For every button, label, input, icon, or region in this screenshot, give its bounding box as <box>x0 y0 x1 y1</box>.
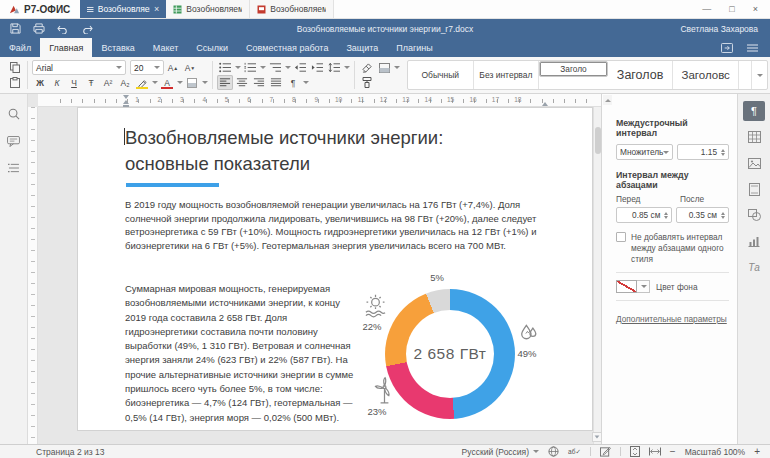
menu-file[interactable]: Файл <box>0 38 40 57</box>
align-left-button[interactable] <box>217 75 233 90</box>
language-selector[interactable]: Русский (Россия) <box>462 447 539 457</box>
close-button[interactable]: × <box>753 4 758 14</box>
chevron-down-icon[interactable] <box>260 66 266 69</box>
spacing-before-spinner[interactable]: 0.85 см <box>616 207 672 223</box>
undo-icon[interactable] <box>57 24 69 34</box>
navigation-headings-icon[interactable] <box>7 163 20 173</box>
menu-layout[interactable]: Макет <box>144 38 187 57</box>
spinner-up-icon[interactable] <box>664 212 668 215</box>
paragraph-2[interactable]: Суммарная мировая мощность, генерируемая… <box>125 282 358 425</box>
spacing-after-spinner[interactable]: 0.35 см <box>676 207 729 223</box>
chevron-down-icon[interactable] <box>285 66 291 69</box>
track-changes-icon[interactable] <box>600 446 611 457</box>
align-center-button[interactable] <box>234 75 250 90</box>
document-language-globe-icon[interactable] <box>548 446 559 457</box>
italic-button[interactable]: К <box>49 75 65 90</box>
style-normal[interactable]: Обычный <box>408 61 474 89</box>
bullet-list-button[interactable] <box>217 60 233 75</box>
comments-icon[interactable] <box>7 136 20 147</box>
copy-button[interactable] <box>7 60 23 75</box>
chevron-down-icon[interactable] <box>303 81 309 84</box>
menu-protection[interactable]: Защита <box>337 38 387 57</box>
font-color-button[interactable]: А <box>159 75 175 90</box>
presentation-tab[interactable]: Возобновляем... <box>250 0 334 18</box>
same-style-spacing-checkbox[interactable] <box>616 232 626 242</box>
style-heading1-selected[interactable]: Заголо <box>539 61 608 77</box>
increase-font-button[interactable]: A▲ <box>165 60 181 75</box>
image-settings-icon[interactable] <box>743 153 765 173</box>
view-settings-icon[interactable] <box>747 44 758 52</box>
paragraph-settings-icon[interactable]: ¶ <box>743 101 765 121</box>
style-no-spacing[interactable]: Без интервал <box>474 61 540 89</box>
align-right-button[interactable] <box>251 75 267 90</box>
spreadsheet-tab[interactable]: Возобновляем... <box>166 0 250 18</box>
font-size-combobox[interactable]: 20 <box>130 60 164 75</box>
menu-home[interactable]: Главная <box>40 38 92 57</box>
page-indicator[interactable]: Страница 2 из 13 <box>36 447 104 457</box>
chevron-down-icon[interactable] <box>177 81 183 84</box>
document-heading[interactable]: Возобновляемые источники энергии: основн… <box>125 125 443 177</box>
table-settings-icon[interactable] <box>743 127 765 147</box>
panel-scroll-up-button[interactable] <box>603 95 612 105</box>
background-color-swatch[interactable] <box>616 280 637 293</box>
zoom-out-button[interactable]: − <box>670 446 676 457</box>
horizontal-ruler[interactable]: 123456789101112131415161718 <box>38 94 601 107</box>
increase-indent-button[interactable] <box>309 60 325 75</box>
bold-button[interactable]: Ж <box>32 75 48 90</box>
document-page[interactable]: Возобновляемые источники энергии: основн… <box>78 108 592 430</box>
close-tab-icon[interactable]: × <box>154 4 159 14</box>
open-file-location-icon[interactable] <box>721 43 733 53</box>
font-name-combobox[interactable]: Arial <box>32 60 126 75</box>
style-heading3[interactable]: Заголовс <box>673 61 739 89</box>
chevron-down-icon[interactable] <box>235 66 241 69</box>
donut-ring[interactable]: 2 658 ГВт <box>385 289 515 419</box>
vertical-ruler[interactable] <box>28 107 38 444</box>
fit-width-icon[interactable] <box>649 447 661 456</box>
redo-icon[interactable] <box>81 24 93 34</box>
zoom-in-button[interactable]: + <box>754 446 760 457</box>
superscript-button[interactable]: A² <box>100 75 116 90</box>
fit-page-icon[interactable] <box>630 446 640 457</box>
style-gallery-expand-button[interactable] <box>752 61 767 89</box>
shading-button[interactable] <box>376 60 392 75</box>
format-painter-button[interactable] <box>359 75 375 90</box>
chevron-down-icon[interactable] <box>152 81 158 84</box>
spinner-up-icon[interactable] <box>721 149 725 152</box>
subscript-button[interactable]: A₂ <box>117 75 133 90</box>
chevron-down-icon[interactable] <box>344 66 350 69</box>
numbered-list-button[interactable] <box>242 60 258 75</box>
spinner-down-icon[interactable] <box>664 216 668 219</box>
indent-marker[interactable] <box>122 95 129 108</box>
paste-button[interactable] <box>7 75 23 90</box>
maximize-button[interactable]: □ <box>729 4 734 14</box>
document-tab-active[interactable]: Возобновляем... × <box>80 0 166 18</box>
decrease-font-button[interactable]: A▼ <box>182 60 198 75</box>
line-spacing-value-spinner[interactable]: 1.15 <box>677 144 729 160</box>
multilevel-list-button[interactable] <box>267 60 283 75</box>
search-icon[interactable] <box>8 108 20 120</box>
chart-settings-icon[interactable] <box>743 231 765 251</box>
shape-settings-icon[interactable] <box>743 205 765 225</box>
nonprinting-chars-button[interactable]: ¶ <box>285 75 301 90</box>
menu-plugins[interactable]: Плагины <box>387 38 441 57</box>
minimize-button[interactable]: — <box>702 4 711 14</box>
align-justify-button[interactable] <box>268 75 284 90</box>
save-icon[interactable] <box>10 23 21 34</box>
highlight-color-button[interactable] <box>134 75 150 90</box>
right-indent-marker[interactable] <box>542 102 548 106</box>
paragraph-shading-button[interactable] <box>184 75 200 90</box>
menu-references[interactable]: Ссылки <box>187 38 237 57</box>
strikethrough-button[interactable]: Ŧ <box>83 75 99 90</box>
spinner-up-icon[interactable] <box>721 212 725 215</box>
color-dropdown-button[interactable] <box>637 280 650 293</box>
clear-style-button[interactable] <box>359 60 375 75</box>
print-icon[interactable] <box>33 23 45 34</box>
spinner-down-icon[interactable] <box>721 216 725 219</box>
underline-button[interactable]: Ч <box>66 75 82 90</box>
header-footer-settings-icon[interactable] <box>743 179 765 199</box>
chevron-down-icon[interactable] <box>202 81 208 84</box>
advanced-settings-link[interactable]: Дополнительные параметры <box>616 314 727 324</box>
chevron-down-icon[interactable] <box>394 66 400 69</box>
style-heading2[interactable]: Заголов <box>608 61 674 89</box>
text-art-settings-icon[interactable]: Тa <box>743 257 765 277</box>
